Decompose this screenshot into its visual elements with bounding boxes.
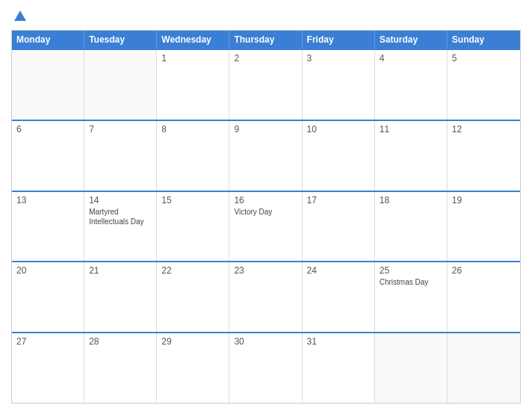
day-number: 4 xyxy=(380,53,442,64)
day-number: 9 xyxy=(234,124,297,135)
cal-cell-1-7: 5 xyxy=(448,50,520,120)
calendar-header-row: MondayTuesdayWednesdayThursdayFridaySatu… xyxy=(12,31,520,49)
week-row-4: 202122232425Christmas Day26 xyxy=(12,261,520,332)
cal-cell-2-4: 9 xyxy=(229,121,302,191)
day-number: 21 xyxy=(89,265,152,276)
day-header-saturday: Saturday xyxy=(375,31,448,49)
day-number: 11 xyxy=(380,124,442,135)
logo-triangle-icon xyxy=(14,10,26,21)
day-number: 25 xyxy=(380,265,442,276)
cal-cell-5-6 xyxy=(375,333,448,403)
cal-cell-4-7: 26 xyxy=(448,262,520,332)
cal-cell-5-2: 28 xyxy=(84,333,157,403)
day-number: 8 xyxy=(161,124,224,135)
day-number: 1 xyxy=(161,53,224,64)
cal-cell-3-6: 18 xyxy=(375,192,448,262)
day-header-monday: Monday xyxy=(12,31,84,49)
calendar-body: 1234567891011121314Martyred Intellectual… xyxy=(12,49,520,403)
cal-event: Christmas Day xyxy=(380,277,442,287)
day-number: 28 xyxy=(89,336,152,347)
cal-event: Martyred Intellectuals Day xyxy=(89,207,152,226)
cal-cell-2-2: 7 xyxy=(84,121,157,191)
day-number: 12 xyxy=(452,124,516,135)
cal-cell-5-5: 31 xyxy=(303,333,375,403)
cal-cell-4-5: 24 xyxy=(303,262,375,332)
day-number: 24 xyxy=(307,265,370,276)
cal-cell-2-7: 12 xyxy=(448,121,520,191)
day-header-tuesday: Tuesday xyxy=(84,31,157,49)
cal-cell-1-5: 3 xyxy=(303,50,375,120)
day-number: 18 xyxy=(380,195,442,206)
day-number: 29 xyxy=(161,336,224,347)
calendar-grid: MondayTuesdayWednesdayThursdayFridaySatu… xyxy=(11,30,521,404)
cal-cell-1-2 xyxy=(84,50,157,120)
week-row-1: 12345 xyxy=(12,49,520,120)
cal-cell-4-4: 23 xyxy=(229,262,302,332)
cal-cell-5-1: 27 xyxy=(12,333,84,403)
day-number: 7 xyxy=(89,124,152,135)
cal-cell-4-1: 20 xyxy=(12,262,84,332)
day-header-thursday: Thursday xyxy=(229,31,302,49)
calendar-header xyxy=(11,7,521,24)
cal-cell-3-5: 17 xyxy=(303,192,375,262)
cal-cell-4-6: 25Christmas Day xyxy=(375,262,448,332)
day-number: 30 xyxy=(234,336,297,347)
week-row-2: 6789101112 xyxy=(12,120,520,191)
cal-cell-4-3: 22 xyxy=(157,262,229,332)
cal-cell-3-7: 19 xyxy=(448,192,520,262)
cal-cell-1-6: 4 xyxy=(375,50,448,120)
day-number: 31 xyxy=(307,336,370,347)
day-number: 14 xyxy=(89,195,152,206)
day-number: 5 xyxy=(452,53,516,64)
cal-cell-2-5: 10 xyxy=(303,121,375,191)
cal-cell-2-6: 11 xyxy=(375,121,448,191)
cal-cell-5-4: 30 xyxy=(229,333,302,403)
day-number: 15 xyxy=(161,195,224,206)
day-header-friday: Friday xyxy=(303,31,375,49)
cal-cell-2-3: 8 xyxy=(157,121,229,191)
cal-cell-1-3: 1 xyxy=(157,50,229,120)
day-number: 26 xyxy=(452,265,516,276)
day-number: 10 xyxy=(307,124,370,135)
calendar-page: MondayTuesdayWednesdayThursdayFridaySatu… xyxy=(0,0,532,411)
cal-cell-5-7 xyxy=(448,333,520,403)
day-number: 2 xyxy=(234,53,297,64)
cal-cell-1-4: 2 xyxy=(229,50,302,120)
day-number: 13 xyxy=(16,195,79,206)
cal-cell-3-3: 15 xyxy=(157,192,229,262)
day-number: 23 xyxy=(234,265,297,276)
cal-cell-3-2: 14Martyred Intellectuals Day xyxy=(84,192,157,262)
week-row-5: 2728293031 xyxy=(12,332,520,403)
day-number: 19 xyxy=(452,195,516,206)
week-row-3: 1314Martyred Intellectuals Day1516Victor… xyxy=(12,191,520,262)
cal-cell-3-4: 16Victory Day xyxy=(229,192,302,262)
day-header-wednesday: Wednesday xyxy=(157,31,229,49)
cal-cell-1-1 xyxy=(12,50,84,120)
cal-cell-2-1: 6 xyxy=(12,121,84,191)
cal-cell-5-3: 29 xyxy=(157,333,229,403)
logo xyxy=(11,10,28,21)
day-number: 16 xyxy=(234,195,297,206)
day-number: 3 xyxy=(307,53,370,64)
day-header-sunday: Sunday xyxy=(448,31,520,49)
cal-event: Victory Day xyxy=(234,207,297,217)
day-number: 22 xyxy=(161,265,224,276)
day-number: 27 xyxy=(16,336,79,347)
day-number: 6 xyxy=(16,124,79,135)
day-number: 20 xyxy=(16,265,79,276)
cal-cell-4-2: 21 xyxy=(84,262,157,332)
cal-cell-3-1: 13 xyxy=(12,192,84,262)
day-number: 17 xyxy=(307,195,370,206)
